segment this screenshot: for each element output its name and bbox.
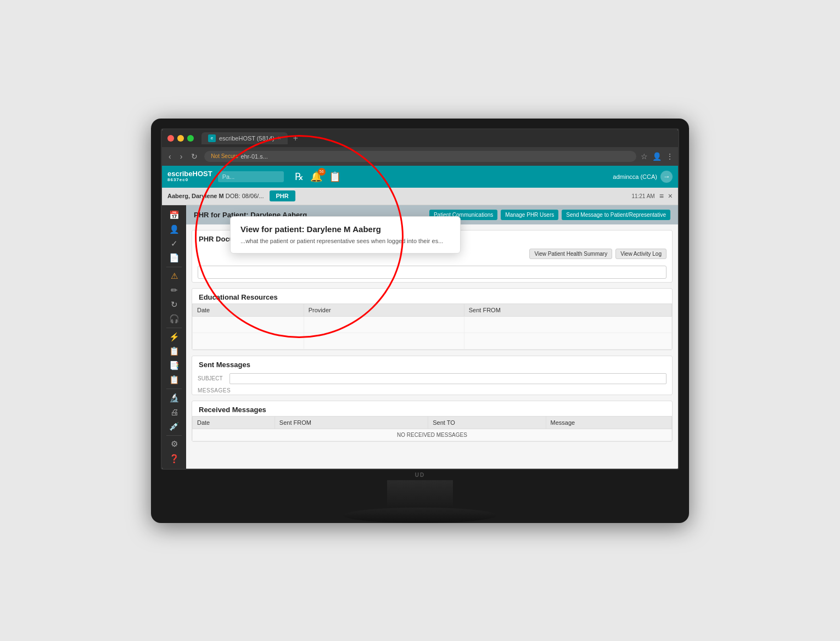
edu-col-date: Date (193, 303, 304, 316)
recv-empty-row: NO RECEIVED MESSAGES (193, 429, 672, 441)
new-tab-btn[interactable]: + (293, 133, 298, 143)
sidebar-item-calendar[interactable]: 📅 (164, 209, 184, 222)
sidebar-divider-1 (166, 267, 182, 267)
edu-empty-row-2 (193, 333, 672, 349)
sidebar-item-audio[interactable]: 🎧 (164, 312, 184, 325)
notifications-icon-btn[interactable]: 🔔 56 (310, 171, 322, 183)
view-patient-health-summary-btn[interactable]: View Patient Health Summary (529, 249, 612, 259)
app-logo-sub: 8637ec0 (167, 178, 212, 183)
sidebar-item-orders[interactable]: 📋 (164, 373, 184, 386)
edu-col-sent-from: Sent FROM (464, 303, 671, 316)
user-label: admincca (CCA) (613, 173, 657, 180)
sidebar-item-print[interactable]: 🖨 (164, 406, 184, 419)
traffic-light-red[interactable] (167, 135, 174, 142)
edu-cell (304, 316, 464, 333)
sidebar-divider-3 (166, 389, 182, 389)
recv-col-date: Date (193, 416, 275, 429)
sidebar-item-patient[interactable]: 👤 (164, 223, 184, 236)
recv-col-message: Message (546, 416, 671, 429)
sidebar-item-clipboard[interactable]: 📋 (164, 345, 184, 358)
edu-cell (464, 316, 671, 333)
phr-tab[interactable]: PHR (270, 190, 295, 201)
address-bar[interactable]: Not Secure ehr-01.s... (204, 151, 636, 162)
rx-icon-btn[interactable]: ℞ (295, 171, 304, 183)
header-search-input[interactable] (218, 171, 284, 182)
patient-info: Aaberg, Darylene M DOB: 08/06/... (167, 193, 264, 199)
app-logo: escribeHOST 8637ec0 (167, 170, 212, 183)
browser-addressbar: ‹ › ↻ Not Secure ehr-01.s... ☆ 👤 ⋮ (162, 147, 678, 166)
sidebar-item-edit[interactable]: ✏ (164, 284, 184, 297)
app-header: escribeHOST 8637ec0 ℞ 🔔 56 📋 admincca (C… (162, 166, 678, 188)
tooltip-description: ...what the patient or patient represent… (240, 237, 450, 245)
edu-col-provider: Provider (304, 303, 464, 316)
subheader-actions: 11:21 AM ≡ × (631, 192, 673, 200)
not-secure-label: Not Secure (211, 153, 238, 159)
send-message-btn[interactable]: Send Message to Patient/Representative (562, 210, 670, 220)
back-button[interactable]: ‹ (166, 151, 173, 162)
manage-phr-users-btn[interactable]: Manage PHR Users (501, 210, 558, 220)
tab-close-btn[interactable]: × (278, 135, 281, 141)
profile-icon[interactable]: 👤 (652, 152, 662, 161)
bookmark-icon[interactable]: ☆ (641, 152, 648, 161)
educational-resources-section: Educational Resources Date Provider Sent… (192, 288, 673, 350)
edu-cell (464, 333, 671, 349)
browser-titlebar: e escribeHOST (5814) × + (162, 130, 678, 147)
recv-col-sent-from: Sent FROM (275, 416, 428, 429)
messages-label: MESSAGES (192, 386, 672, 395)
sidebar-item-quick[interactable]: ⚡ (164, 330, 184, 344)
sidebar-item-injection[interactable]: 💉 (164, 420, 184, 433)
received-messages-title: Received Messages (192, 401, 672, 416)
tooltip-title: View for patient: Darylene M Aaberg (240, 224, 450, 234)
sidebar-item-tasks[interactable]: ✓ (164, 237, 184, 250)
sidebar-item-alerts[interactable]: ⚠ (164, 269, 184, 283)
documents-icon-btn[interactable]: 📋 (329, 171, 341, 183)
sidebar-divider-4 (166, 435, 182, 436)
sidebar-item-lab[interactable]: 🔬 (164, 391, 184, 404)
no-received-messages: NO RECEIVED MESSAGES (193, 429, 672, 441)
tooltip-overlay: View for patient: Darylene M Aaberg ...w… (230, 216, 461, 254)
traffic-light-yellow[interactable] (177, 135, 184, 142)
rx-icon: ℞ (295, 171, 304, 182)
header-icons: ℞ 🔔 56 📋 (295, 171, 341, 183)
tab-title: escribeHOST (5814) (219, 135, 275, 142)
received-messages-table: Date Sent FROM Sent TO Message NO RECEIV… (192, 416, 672, 441)
documents-search-input[interactable] (198, 266, 667, 279)
forward-button[interactable]: › (178, 151, 185, 162)
edu-cell (193, 316, 304, 333)
sidebar-divider-2 (166, 328, 182, 328)
dob-value: 08/06/... (242, 193, 264, 199)
sidebar-item-documents[interactable]: 📄 (164, 251, 184, 265)
sent-messages-section: Sent Messages SUBJECT MESSAGES (192, 356, 673, 395)
subject-input[interactable] (229, 373, 667, 384)
educational-resources-title: Educational Resources (192, 289, 672, 303)
menu-btn[interactable]: ≡ (659, 192, 664, 200)
tab-favicon: e (208, 134, 216, 142)
sent-messages-title: Sent Messages (192, 356, 672, 371)
monitor: e escribeHOST (5814) × + ‹ › ↻ Not Secur… (151, 119, 689, 523)
documents-search-row (192, 262, 672, 282)
sidebar-item-notes[interactable]: 📑 (164, 359, 184, 372)
app-logo-main: escribeHOST (167, 170, 212, 178)
sidebar-item-help[interactable]: ❓ (164, 452, 184, 465)
close-btn[interactable]: × (668, 192, 673, 200)
sidebar-item-refresh[interactable]: ↻ (164, 298, 184, 311)
user-avatar[interactable]: → (660, 171, 673, 183)
received-messages-section: Received Messages Date Sent FROM Sent TO… (192, 401, 673, 442)
traffic-light-green[interactable] (187, 135, 194, 142)
subject-label: SUBJECT (198, 375, 225, 381)
browser-tab[interactable]: e escribeHOST (5814) × (201, 132, 288, 144)
sidebar: 📅 👤 ✓ 📄 ⚠ ✏ ↻ 🎧 ⚡ 📋 📑 📋 🔬 🖨 💉 ⚙ (162, 205, 186, 469)
menu-icon[interactable]: ⋮ (666, 152, 674, 161)
monitor-screen: e escribeHOST (5814) × + ‹ › ↻ Not Secur… (161, 128, 679, 470)
view-activity-log-btn[interactable]: View Activity Log (615, 249, 667, 259)
sidebar-item-settings[interactable]: ⚙ (164, 437, 184, 451)
notification-badge: 56 (318, 168, 326, 176)
phr-header-actions: Patient Communications Manage PHR Users … (429, 210, 670, 220)
recv-col-sent-to: Sent TO (428, 416, 546, 429)
dob-label: DOB: (226, 193, 240, 199)
educational-resources-table: Date Provider Sent FROM (192, 303, 672, 350)
reload-button[interactable]: ↻ (189, 151, 200, 162)
header-user: admincca (CCA) → (613, 171, 673, 183)
patient-name: Aaberg, Darylene M (167, 193, 224, 199)
main-layout: 📅 👤 ✓ 📄 ⚠ ✏ ↻ 🎧 ⚡ 📋 📑 📋 🔬 🖨 💉 ⚙ (162, 205, 678, 469)
